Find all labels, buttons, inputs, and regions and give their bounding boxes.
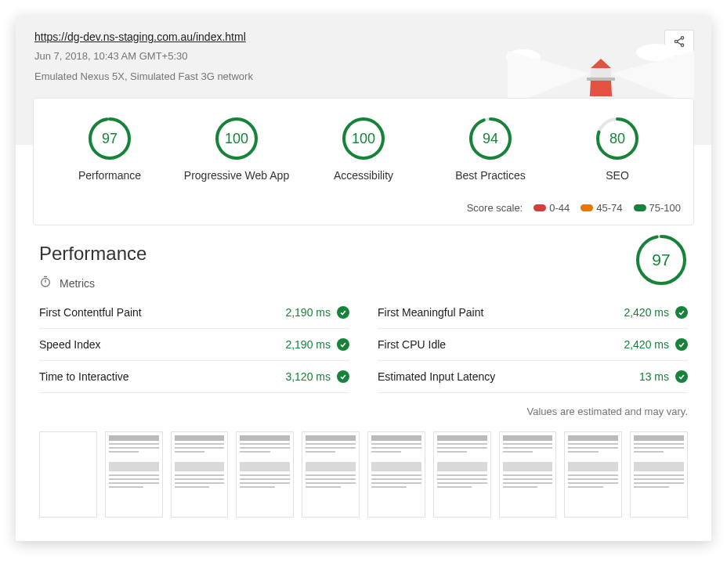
score-label: Performance [46, 169, 173, 182]
filmstrip-frame[interactable] [171, 431, 229, 518]
check-icon [675, 338, 688, 351]
filmstrip-frame[interactable] [564, 431, 622, 518]
report-url[interactable]: https://dg-dev.ns-staging.com.au/index.h… [34, 31, 246, 43]
score-gauge[interactable]: 94 Best Practices [427, 116, 554, 182]
metric-value: 2,190 ms [285, 306, 349, 319]
filmstrip-frame[interactable] [302, 431, 360, 518]
report-timestamp: Jun 7, 2018, 10:43 AM GMT+5:30 [34, 49, 693, 64]
metric-name: First Meaningful Paint [378, 306, 483, 319]
filmstrip-frame[interactable] [499, 431, 557, 518]
score-gauges-row: 97 Performance 100 Progressive Web App 1… [46, 116, 681, 182]
metric-value: 13 ms [639, 370, 688, 383]
metric-value: 2,420 ms [624, 338, 688, 351]
performance-title: Performance [39, 243, 688, 265]
scale-range-fail: 0-44 [533, 202, 570, 214]
score-gauge[interactable]: 97 Performance [46, 116, 173, 182]
score-summary-card: 97 Performance 100 Progressive Web App 1… [33, 98, 694, 225]
scale-range-pass: 75-100 [634, 202, 681, 214]
score-gauge[interactable]: 100 Progressive Web App [173, 116, 300, 182]
filmstrip-frame[interactable] [105, 431, 163, 518]
stopwatch-icon [39, 276, 52, 290]
check-icon [337, 338, 349, 351]
metric-name: Time to Interactive [39, 370, 129, 383]
score-scale: Score scale: 0-44 45-74 75-100 [46, 202, 681, 214]
metric-value: 2,420 ms [624, 306, 688, 319]
metric-row[interactable]: Speed Index 2,190 ms [39, 329, 349, 361]
check-icon [337, 306, 349, 319]
score-label: Progressive Web App [173, 169, 300, 182]
metric-row[interactable]: First Meaningful Paint 2,420 ms [378, 297, 688, 329]
metric-row[interactable]: First Contentful Paint 2,190 ms [39, 297, 349, 329]
metric-name: Estimated Input Latency [378, 370, 495, 383]
scale-range-average: 45-74 [581, 202, 622, 214]
check-icon [675, 306, 688, 319]
score-gauge[interactable]: 100 Accessibility [300, 116, 427, 182]
metric-row[interactable]: Estimated Input Latency 13 ms [378, 361, 688, 393]
filmstrip [39, 431, 688, 518]
metric-name: Speed Index [39, 338, 101, 351]
svg-point-27 [42, 278, 50, 287]
check-icon [675, 370, 688, 383]
svg-line-3 [677, 38, 681, 41]
metric-name: First CPU Idle [378, 338, 446, 351]
metric-value: 3,120 ms [285, 370, 349, 383]
score-label: Accessibility [300, 169, 427, 182]
score-scale-label: Score scale: [467, 202, 523, 214]
check-icon [337, 370, 349, 383]
share-button[interactable] [664, 30, 694, 56]
share-icon [673, 35, 685, 51]
score-label: SEO [554, 169, 681, 182]
metrics-disclaimer: Values are estimated and may vary. [39, 406, 688, 417]
lighthouse-report: https://dg-dev.ns-staging.com.au/index.h… [16, 16, 711, 541]
metric-value: 2,190 ms [285, 338, 349, 351]
filmstrip-frame[interactable] [39, 431, 97, 518]
report-environment: Emulated Nexus 5X, Simulated Fast 3G net… [34, 69, 693, 85]
metrics-header: Metrics [39, 276, 688, 290]
performance-overall-gauge: 97 [635, 233, 688, 294]
performance-section: Performance 97 Metrics First Contentful … [16, 225, 711, 541]
metrics-grid: First Contentful Paint 2,190 ms Speed In… [39, 297, 688, 393]
metric-name: First Contentful Paint [39, 306, 142, 319]
filmstrip-frame[interactable] [433, 431, 491, 518]
filmstrip-frame[interactable] [367, 431, 425, 518]
metrics-label: Metrics [60, 277, 95, 290]
filmstrip-frame[interactable] [236, 431, 294, 518]
score-label: Best Practices [427, 169, 554, 182]
filmstrip-frame[interactable] [630, 431, 688, 518]
metric-row[interactable]: First CPU Idle 2,420 ms [378, 329, 688, 361]
metric-row[interactable]: Time to Interactive 3,120 ms [39, 361, 349, 393]
score-gauge[interactable]: 80 SEO [554, 116, 681, 182]
svg-line-4 [677, 42, 681, 45]
